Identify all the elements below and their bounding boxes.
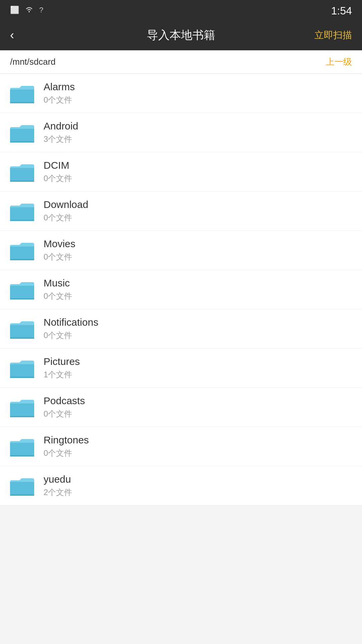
svg-rect-21 [10,337,34,339]
folder-info: Podcasts 0个文件 [44,395,85,419]
folder-info: Android 3个文件 [44,120,78,145]
page-title: 导入本地书籍 [147,28,215,43]
folder-info: Pictures 1个文件 [44,356,80,380]
folder-item[interactable]: Alarms 0个文件 [0,74,362,113]
current-path: /mnt/sdcard [10,57,56,67]
svg-rect-17 [10,286,34,300]
folder-info: Movies 0个文件 [44,238,75,262]
folder-item[interactable]: Ringtones 0个文件 [0,427,362,466]
svg-rect-23 [10,364,34,378]
folder-icon [10,476,34,496]
folder-info: DCIM 0个文件 [44,160,72,184]
status-bar: ⬜ ? 1:54 [0,0,362,20]
folder-item[interactable]: Android 3个文件 [0,113,362,152]
status-bar-icons: ⬜ ? [10,5,43,15]
folder-count: 0个文件 [44,252,75,262]
folder-name: Podcasts [44,395,85,407]
folder-item[interactable]: Notifications 0个文件 [0,309,362,348]
up-level-button[interactable]: 上一级 [326,56,352,68]
folder-count: 0个文件 [44,448,89,459]
folder-name: Notifications [44,317,98,328]
scan-button[interactable]: 立即扫描 [314,29,352,42]
question-icon: ? [39,6,43,14]
folder-info: Music 0个文件 [44,277,72,302]
folder-icon [10,358,34,378]
folder-item[interactable]: DCIM 0个文件 [0,152,362,192]
folder-count: 0个文件 [44,212,88,223]
folder-info: yuedu 2个文件 [44,474,72,498]
back-button[interactable]: ‹ [10,28,14,42]
folder-info: Ringtones 0个文件 [44,434,89,459]
folder-name: Ringtones [44,434,89,446]
wifi-icon [24,5,34,15]
svg-rect-27 [10,416,34,417]
folder-list: Alarms 0个文件 Android 3个文件 DCIM [0,74,362,505]
folder-count: 0个文件 [44,291,72,302]
folder-icon [10,279,34,300]
folder-name: DCIM [44,160,72,171]
folder-info: Alarms 0个文件 [44,81,75,105]
svg-rect-14 [10,247,34,260]
svg-rect-11 [10,207,34,221]
folder-icon [10,240,34,260]
image-icon: ⬜ [10,6,19,14]
folder-item[interactable]: yuedu 2个文件 [0,466,362,505]
folder-item[interactable]: Podcasts 0个文件 [0,388,362,427]
folder-name: Download [44,199,88,210]
status-time: 1:54 [331,5,352,17]
svg-rect-2 [10,90,34,103]
folder-count: 0个文件 [44,173,72,184]
svg-rect-32 [10,482,34,496]
folder-count: 0个文件 [44,409,85,419]
folder-name: Alarms [44,81,75,93]
folder-info: Download 0个文件 [44,199,88,223]
folder-icon [10,319,34,339]
svg-rect-3 [10,102,34,103]
svg-rect-9 [10,180,34,182]
folder-count: 0个文件 [44,95,75,105]
folder-name: yuedu [44,474,72,485]
folder-icon [10,83,34,103]
svg-rect-29 [10,443,34,457]
svg-rect-24 [10,377,34,378]
svg-rect-18 [10,298,34,300]
svg-rect-6 [10,141,34,143]
svg-rect-12 [10,220,34,221]
folder-icon [10,436,34,457]
folder-count: 0个文件 [44,330,98,341]
folder-name: Movies [44,238,75,250]
folder-item[interactable]: Download 0个文件 [0,192,362,231]
folder-item[interactable]: Pictures 1个文件 [0,348,362,388]
title-bar: ‹ 导入本地书籍 立即扫描 [0,20,362,50]
svg-rect-20 [10,325,34,339]
path-bar: /mnt/sdcard 上一级 [0,50,362,74]
folder-item[interactable]: Music 0个文件 [0,270,362,309]
folder-count: 3个文件 [44,134,78,145]
folder-icon [10,201,34,221]
svg-rect-30 [10,455,34,457]
folder-name: Android [44,120,78,132]
folder-count: 1个文件 [44,369,80,380]
svg-point-0 [28,11,30,12]
svg-rect-15 [10,259,34,260]
folder-icon [10,122,34,143]
folder-item[interactable]: Movies 0个文件 [0,231,362,270]
folder-count: 2个文件 [44,487,72,498]
folder-icon [10,397,34,417]
folder-icon [10,162,34,182]
folder-info: Notifications 0个文件 [44,317,98,341]
folder-name: Music [44,277,72,289]
svg-rect-26 [10,404,34,417]
svg-rect-5 [10,129,34,143]
svg-rect-8 [10,168,34,182]
svg-rect-33 [10,494,34,496]
folder-name: Pictures [44,356,80,367]
